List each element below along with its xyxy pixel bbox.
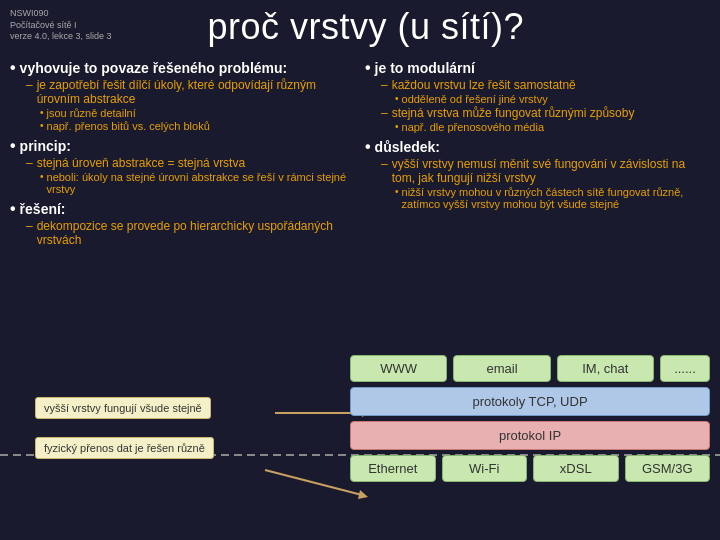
callout-bottom: fyzický přenos dat je řešen různě <box>35 437 214 459</box>
svg-line-3 <box>265 470 362 495</box>
app-boxes: WWW email IM, chat ...... <box>350 355 710 382</box>
slide: NSWI090 Počítačové sítě I verze 4.0, lek… <box>0 0 720 372</box>
phys-box-gsm: GSM/3G <box>625 455 711 482</box>
left-dot-1-2: např. přenos bitů vs. celých bloků <box>40 120 355 132</box>
right-dot-1-1: odděleně od řešení jiné vrstvy <box>395 93 710 105</box>
left-bullet-2-label: princip: <box>20 138 71 154</box>
phys-boxes: Ethernet Wi-Fi xDSL GSM/3G <box>350 455 710 482</box>
header: NSWI090 Počítačové sítě I verze 4.0, lek… <box>0 0 720 52</box>
right-dash-2-1: vyšší vrstvy nemusí měnit své fungování … <box>381 157 710 185</box>
right-column: je to modulární každou vrstvu lze řešit … <box>365 54 710 372</box>
diagram-area: vyšší vrstvy fungují všude stejně fyzick… <box>0 355 720 540</box>
left-dash-1: je zapotřebí řešit dílčí úkoly, které od… <box>26 78 355 106</box>
right-bullet-2-subs: vyšší vrstvy nemusí měnit své fungování … <box>381 157 710 210</box>
app-box-email: email <box>453 355 550 382</box>
left-dash-3: dekompozice se provede po hierarchicky u… <box>26 219 355 247</box>
left-bullet-1-label: vyhovuje to povaze řešeného problému: <box>20 60 288 76</box>
main-content: vyhovuje to povaze řešeného problému: je… <box>0 52 720 372</box>
right-dot-2-1: nižší vrstvy mohou v různých částech sít… <box>395 186 710 210</box>
left-bullet-1-subs: je zapotřebí řešit dílčí úkoly, které od… <box>26 78 355 132</box>
right-bullet-2: důsledek: <box>365 139 710 155</box>
left-dot-2-1: neboli: úkoly na stejné úrovni abstrakce… <box>40 171 355 195</box>
app-box-dots: ...... <box>660 355 710 382</box>
right-dash-1-1: každou vrstvu lze řešit samostatně <box>381 78 710 92</box>
left-dot-1-1: jsou různě detailní <box>40 107 355 119</box>
left-bullet-3: řešení: <box>10 201 355 217</box>
left-bullet-3-subs: dekompozice se provede po hierarchicky u… <box>26 219 355 247</box>
left-dash-2: stejná úroveň abstrakce = stejná vrstva <box>26 156 355 170</box>
left-column: vyhovuje to povaze řešeného problému: je… <box>10 54 355 372</box>
right-bullet-1-subs: každou vrstvu lze řešit samostatně odděl… <box>381 78 710 133</box>
right-bullet-1: je to modulární <box>365 60 710 76</box>
left-bullet-3-label: řešení: <box>20 201 66 217</box>
phys-box-ethernet: Ethernet <box>350 455 436 482</box>
app-box-im-chat: IM, chat <box>557 355 654 382</box>
right-bullet-2-label: důsledek: <box>375 139 440 155</box>
callout-top: vyšší vrstvy fungují všude stejně <box>35 397 211 419</box>
left-bullet-1: vyhovuje to povaze řešeného problému: <box>10 60 355 76</box>
ip-box: protokol IP <box>350 421 710 450</box>
right-dot-1-2: např. dle přenosového média <box>395 121 710 133</box>
right-dash-1-2: stejná vrstva může fungovat různými způs… <box>381 106 710 120</box>
right-bullet-1-label: je to modulární <box>375 60 475 76</box>
phys-box-wifi: Wi-Fi <box>442 455 528 482</box>
app-box-www: WWW <box>350 355 447 382</box>
slide-title: proč vrstvy (u sítí)? <box>22 6 710 48</box>
svg-marker-4 <box>358 490 368 499</box>
left-bullet-2-subs: stejná úroveň abstrakce = stejná vrstva … <box>26 156 355 195</box>
tcp-udp-box: protokoly TCP, UDP <box>350 387 710 416</box>
layers-area: WWW email IM, chat ...... protokoly TCP,… <box>350 355 710 482</box>
phys-box-xdsl: xDSL <box>533 455 619 482</box>
left-bullet-2: princip: <box>10 138 355 154</box>
